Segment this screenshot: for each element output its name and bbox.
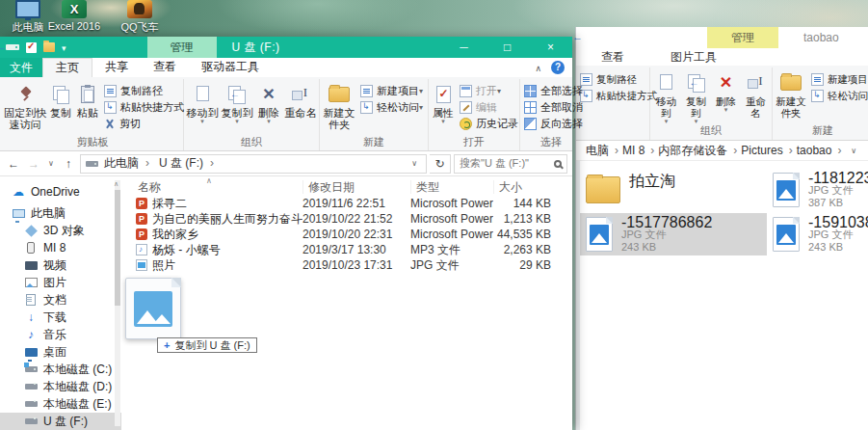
cut-button[interactable]: 剪切 — [101, 116, 182, 132]
breadcrumb-item[interactable]: 电脑 — [584, 143, 620, 159]
file-row[interactable]: 照片 2019/10/23 17:31 JPG 文件 29 KB — [121, 257, 572, 273]
move-to-button[interactable]: ← 移动到 — [185, 79, 220, 135]
breadcrumb-item[interactable]: taobao — [795, 144, 844, 157]
folder-tile[interactable]: 拍立淘 — [580, 169, 767, 211]
collapse-ribbon-icon[interactable]: ∧ — [535, 64, 541, 73]
image-tile[interactable]: -1591038890 JPG 文件 243 KB — [767, 213, 868, 255]
move-to-button[interactable]: ← 移动到 — [651, 67, 681, 123]
copy-path-button[interactable]: 复制路径 — [577, 71, 648, 88]
maximize-button[interactable]: □ — [486, 37, 529, 58]
help-icon[interactable]: ? — [551, 61, 565, 74]
titlebar[interactable]: 管理 U 盘 (F:) ─ □ × — [0, 37, 572, 58]
easy-access-button[interactable]: 轻松访问 — [357, 99, 427, 116]
tab-home[interactable]: 主页 — [42, 58, 92, 77]
copy-button[interactable]: 复制 — [47, 79, 74, 135]
new-item-button[interactable]: 新建项目 — [808, 71, 868, 88]
paste-button[interactable]: 粘贴 — [74, 79, 101, 135]
manage-contextual-tab[interactable]: 管理 — [707, 27, 778, 48]
copy-to-button[interactable]: ← 复制到 — [681, 67, 711, 123]
new-folder-button[interactable]: 新建文件夹 — [774, 67, 808, 123]
breadcrumb-item[interactable]: Pictures — [739, 144, 794, 157]
tab-view[interactable]: 查看 — [601, 49, 624, 66]
select-none-button[interactable]: 全部取消 — [521, 99, 581, 116]
copy-path-button[interactable]: 复制路径 — [101, 83, 182, 99]
rename-button[interactable]: 重命名 — [283, 79, 318, 135]
refresh-icon[interactable]: ↻ — [430, 154, 451, 174]
scroll-up-icon[interactable]: ∧ — [114, 180, 118, 188]
history-button[interactable]: 历史记录 — [457, 116, 518, 132]
delete-button[interactable]: ✕ 删除 — [254, 79, 283, 135]
recent-dropdown-icon[interactable]: ∨ — [45, 159, 57, 168]
sidebar-item-onedrive[interactable]: ☁ OneDrive — [0, 183, 121, 201]
up-icon[interactable]: ↑ — [60, 157, 77, 171]
tab-picture-tools[interactable]: 图片工具 — [671, 49, 717, 66]
open-button[interactable]: 打开 — [457, 83, 518, 99]
image-tile[interactable]: -1181223233 JPG 文件 387 KB — [767, 169, 868, 211]
titlebar[interactable]: 管理 taobao — [576, 27, 868, 48]
new-folder-button[interactable]: 新建文件夹 — [321, 79, 357, 135]
qat-properties-icon[interactable] — [26, 42, 37, 53]
manage-contextual-tab[interactable]: 管理 — [147, 37, 217, 58]
image-tile-selected[interactable]: -1517786862 JPG 文件 243 KB — [580, 213, 767, 255]
column-type[interactable]: 类型 — [410, 180, 493, 194]
breadcrumb-item[interactable]: U 盘 (F:) — [155, 155, 218, 172]
invert-selection-button[interactable]: 反向选择 — [521, 116, 581, 132]
address-dropdown-icon[interactable]: ∨ — [847, 147, 860, 155]
column-name[interactable]: 名称 — [121, 180, 302, 194]
sidebar-item-disk-e[interactable]: 本地磁盘 (E:) — [0, 395, 121, 413]
sidebar-item-disk-d[interactable]: 本地磁盘 (D:) — [0, 378, 121, 395]
drag-ghost-image-file[interactable] — [125, 278, 181, 339]
address-dropdown-icon[interactable]: ∨ — [408, 159, 421, 168]
edit-button[interactable]: 编辑 — [457, 99, 518, 116]
scrollbar-thumb[interactable] — [115, 190, 120, 306]
history-icon — [460, 118, 472, 130]
search-input[interactable]: 搜索"U 盘 (F:)" — [454, 154, 567, 174]
close-button[interactable]: × — [529, 37, 572, 58]
file-row[interactable]: P採寻二 2019/11/6 22:51 Microsoft Power... … — [121, 196, 572, 211]
sidebar-item-documents[interactable]: 文档 — [0, 291, 121, 309]
sidebar-item-usb-f[interactable]: U 盘 (F:) — [0, 413, 121, 430]
breadcrumb[interactable]: 此电脑 U 盘 (F:) ∨ — [80, 154, 427, 174]
file-row[interactable]: P为自己的美丽人生而努力奋斗 2019/10/22 21:52 Microsof… — [121, 211, 572, 227]
tab-share[interactable]: 共享 — [92, 58, 141, 77]
column-date-modified[interactable]: 修改日期 — [302, 180, 410, 194]
pin-to-quick-access-button[interactable]: 固定到快速访问 — [3, 79, 47, 135]
file-row[interactable]: P我的家乡 2019/10/20 22:31 Microsoft Power..… — [121, 227, 572, 242]
desktop-icon-qq-game[interactable]: QQ飞车 — [108, 0, 171, 35]
file-row[interactable]: 杨烁 - 小螺号 2019/3/17 13:30 MP3 文件 2,263 KB — [121, 242, 572, 257]
breadcrumb-item[interactable]: 此电脑 — [100, 155, 153, 172]
back-icon[interactable]: ← — [5, 157, 22, 171]
minimize-button[interactable]: ─ — [442, 37, 486, 58]
sidebar-item-pictures[interactable]: 图片 — [0, 274, 121, 291]
breadcrumb-item[interactable]: MI 8 — [620, 144, 656, 157]
new-item-button[interactable]: 新建项目 — [357, 83, 427, 99]
paste-shortcut-button[interactable]: 粘贴快捷方式 — [577, 88, 648, 104]
paste-shortcut-button[interactable]: 粘贴快捷方式 — [101, 99, 182, 116]
properties-button[interactable]: 属性 — [430, 79, 457, 135]
breadcrumb-item[interactable]: 内部存储设备 — [656, 143, 739, 159]
sidebar-scrollbar[interactable]: ∧ — [115, 180, 120, 426]
sidebar-item-this-pc[interactable]: 此电脑 — [0, 204, 121, 222]
copy-to-button[interactable]: ← 复制到 — [220, 79, 254, 135]
rename-button[interactable]: 重命名 — [741, 67, 771, 123]
qat-customize-icon[interactable] — [62, 40, 66, 54]
sidebar-item-music[interactable]: ♪ 音乐 — [0, 326, 121, 343]
column-size[interactable]: 大小 — [493, 180, 555, 194]
tab-drive-tools[interactable]: 驱动器工具 — [189, 58, 272, 77]
sidebar-item-desktop[interactable]: 桌面 — [0, 343, 121, 361]
desktop-icon-excel[interactable]: Excel 2016 — [42, 0, 106, 32]
sidebar-item-videos[interactable]: 视频 — [0, 256, 121, 274]
tab-view[interactable]: 查看 — [141, 58, 189, 77]
sort-ascending-icon[interactable]: ∧ — [206, 176, 212, 185]
sidebar-item-disk-c[interactable]: 本地磁盘 (C:) — [0, 361, 121, 378]
easy-access-button[interactable]: 轻松访问 — [808, 88, 868, 104]
address-bar[interactable]: 电脑 MI 8 内部存储设备 Pictures taobao ∨ — [576, 141, 868, 161]
tab-file[interactable]: 文件 — [0, 58, 42, 77]
sidebar-item-downloads[interactable]: ↓ 下载 — [0, 309, 121, 326]
delete-button[interactable]: ✕ 删除 — [711, 67, 741, 123]
sidebar-item-3d-objects[interactable]: 3D 对象 — [0, 222, 121, 239]
sidebar-item-mi8[interactable]: MI 8 — [0, 239, 121, 256]
forward-icon[interactable]: → — [25, 157, 42, 171]
qat-new-folder-icon[interactable] — [43, 42, 55, 52]
select-all-button[interactable]: 全部选择 — [521, 83, 581, 99]
